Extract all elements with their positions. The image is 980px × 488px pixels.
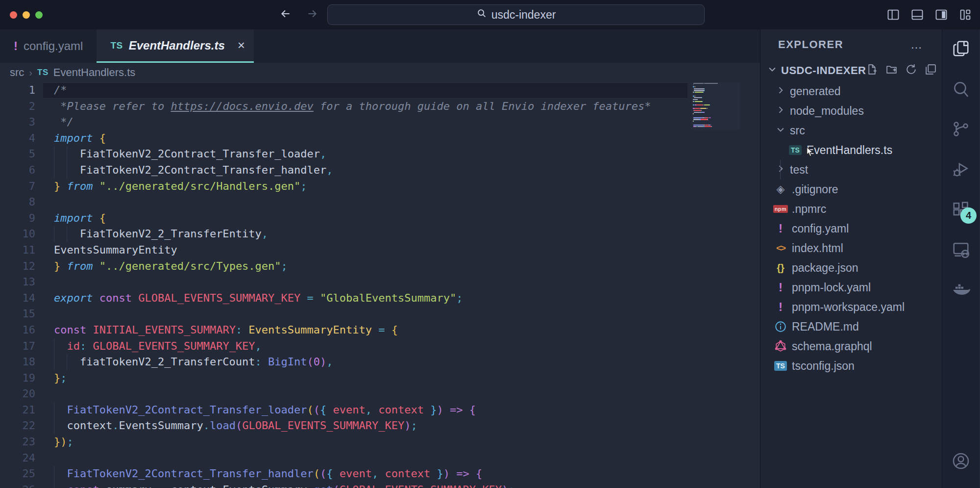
line-number: 9 [0,210,35,227]
collapse-all-icon[interactable] [925,63,937,78]
code-line-21[interactable]: 21 FiatTokenV2_2Contract_Transfer_loader… [0,402,760,418]
code-line-4[interactable]: 4import { [0,130,760,147]
layout-customize-icon[interactable] [957,7,973,23]
forward-button[interactable] [306,7,318,22]
activity-search-button[interactable] [942,70,980,110]
tree-item-node_modules[interactable]: node_modules [760,101,942,121]
tree-item-index.html[interactable]: <>index.html [760,238,942,258]
explorer-more-actions-icon[interactable]: … [910,38,923,51]
line-number: 13 [0,274,35,290]
code-line-5[interactable]: 5 FiatTokenV2_2Contract_Transfer_loader, [0,146,760,162]
npm-file-icon: npm [774,205,787,213]
code-line-3[interactable]: 3 */ [0,114,760,130]
tab-bar: !config.yamlTSEventHandlers.ts× [0,29,760,63]
layout-panel-bottom-icon[interactable] [909,7,925,23]
activity-remote-button[interactable] [942,231,980,271]
tree-item-label: node_modules [790,104,864,118]
line-number: 15 [0,306,35,322]
tree-item-label: EventHandlers.ts [807,144,892,157]
code-line-13[interactable]: 13 [0,274,760,290]
code-line-19[interactable]: 19}; [0,370,760,386]
code-line-23[interactable]: 23}); [0,434,760,450]
typescript-icon: TS [37,68,49,77]
breadcrumb-file[interactable]: EventHandlers.ts [53,66,136,79]
code-line-26[interactable]: 26 const summary = context.EventsSummary… [0,482,760,488]
tree-root-usdc-indexer[interactable]: USDC-INDEXER [760,60,942,81]
tab-label: config.yaml [24,39,83,53]
activity-source-control-button[interactable] [942,110,980,150]
activity-account-button[interactable] [942,442,980,482]
git-file-icon: ◈ [774,183,787,196]
line-number: 2 [0,99,35,115]
tree-item-label: README.md [792,320,859,334]
tree-item-label: test [790,163,808,177]
window-controls [10,11,43,19]
code-line-7[interactable]: 7} from "../generated/src/Handlers.gen"; [0,179,760,195]
code-line-9[interactable]: 9import { [0,210,760,227]
tree-item-tsconfig.json[interactable]: TStsconfig.json [760,356,942,376]
code-line-8[interactable]: 8 [0,194,760,210]
breadcrumb-separator-icon: › [29,67,32,78]
new-file-icon[interactable] [866,63,878,78]
activity-explorer-button[interactable] [942,29,980,70]
chevron-right-icon [774,104,787,118]
code-line-18[interactable]: 18 fiatTokenV2_2_TransferCount: BigInt(0… [0,354,760,370]
code-line-17[interactable]: 17 id: GLOBAL_EVENTS_SUMMARY_KEY, [0,338,760,355]
breadcrumb[interactable]: src › TS EventHandlers.ts [0,63,760,82]
docker-icon [952,281,970,301]
minimize-window-button[interactable] [23,11,30,19]
line-number: 22 [0,418,35,434]
tree-item-.npmrc[interactable]: npm.npmrc [760,199,942,219]
new-folder-icon[interactable] [885,63,898,78]
activity-docker-button[interactable] [942,271,980,311]
code-editor[interactable]: 1/*2 *Please refer to https://docs.envio… [0,82,760,488]
tree-item-EventHandlers.ts[interactable]: TSEventHandlers.ts [760,140,942,160]
tab-config.yaml[interactable]: !config.yaml [0,29,97,63]
tree-item-test[interactable]: test [760,160,942,180]
code-line-20[interactable]: 20 [0,386,760,402]
line-number: 26 [0,482,35,488]
code-line-10[interactable]: 10 FiatTokenV2_2_TransferEntity, [0,226,760,242]
refresh-icon[interactable] [905,63,917,78]
code-line-1[interactable]: 1/* [0,82,760,99]
tree-item-pnpm-workspace.yaml[interactable]: !pnpm-workspace.yaml [760,297,942,317]
code-line-25[interactable]: 25 FiatTokenV2_2Contract_Transfer_handle… [0,466,760,482]
tab-EventHandlers.ts[interactable]: TSEventHandlers.ts× [97,29,254,63]
close-window-button[interactable] [10,11,17,19]
layout-sidebar-left-icon[interactable] [885,7,901,23]
code-line-16[interactable]: 16const INITIAL_EVENTS_SUMMARY: EventsSu… [0,322,760,338]
tree-item-README.md[interactable]: README.md [760,317,942,336]
activity-run-debug-button[interactable] [942,150,980,190]
code-line-2[interactable]: 2 *Please refer to https://docs.envio.de… [0,99,760,115]
breadcrumb-folder[interactable]: src [10,66,24,79]
tree-item-src[interactable]: src [760,121,942,140]
remote-icon [952,240,970,261]
close-tab-icon[interactable]: × [238,38,245,53]
tree-item-generated[interactable]: generated [760,81,942,101]
graphql-icon [774,340,787,353]
command-center-search[interactable]: usdc-indexer [327,4,705,25]
minimap[interactable] [691,82,740,130]
back-button[interactable] [279,7,292,22]
tree-item-pnpm-lock.yaml[interactable]: !pnpm-lock.yaml [760,278,942,297]
code-line-6[interactable]: 6 FiatTokenV2_2Contract_Transfer_handler… [0,162,760,179]
code-line-22[interactable]: 22 context.EventsSummary.load(GLOBAL_EVE… [0,418,760,434]
tab-label: EventHandlers.ts [129,39,225,52]
code-line-11[interactable]: 11EventsSummaryEntity [0,242,760,258]
tree-item-schema.graphql[interactable]: schema.graphql [760,336,942,356]
tree-item-label: .gitignore [792,183,838,196]
tree-item-label: index.html [792,242,843,255]
line-number: 21 [0,402,35,418]
code-line-14[interactable]: 14export const GLOBAL_EVENTS_SUMMARY_KEY… [0,290,760,307]
line-number: 5 [0,146,35,162]
code-line-12[interactable]: 12} from "../generated/src/Types.gen"; [0,258,760,275]
tree-item-config.yaml[interactable]: !config.yaml [760,219,942,238]
code-line-24[interactable]: 24 [0,450,760,466]
tree-item-.gitignore[interactable]: ◈.gitignore [760,180,942,199]
editor-group: !config.yamlTSEventHandlers.ts× src › TS… [0,29,760,488]
maximize-window-button[interactable] [35,11,43,19]
code-line-15[interactable]: 15 [0,306,760,322]
layout-sidebar-right-filled-icon[interactable] [933,7,949,23]
tree-item-package.json[interactable]: {}package.json [760,258,942,278]
activity-extensions-button[interactable]: 4 [942,190,980,231]
